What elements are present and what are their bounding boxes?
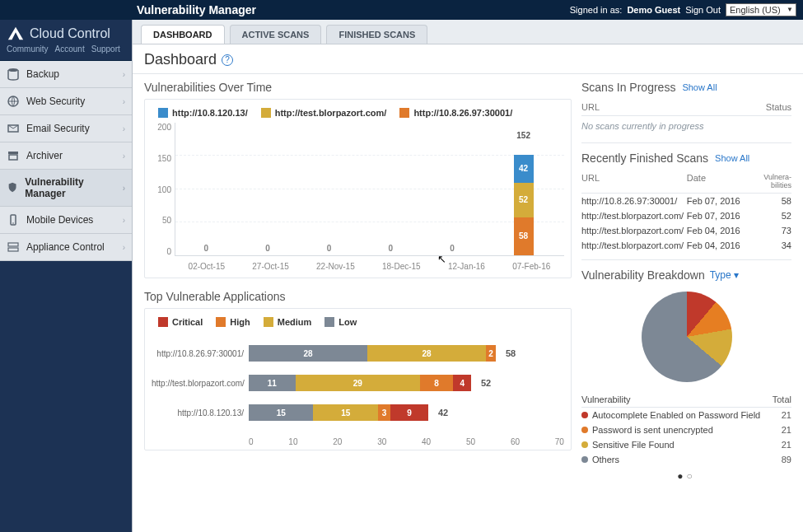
breakdown-type-dropdown[interactable]: Type (710, 269, 739, 281)
swatch-icon (158, 317, 168, 327)
swatch-icon (216, 317, 226, 327)
vb-row[interactable]: Password is sent unencrypted21 (581, 422, 791, 437)
legend-item[interactable]: http://10.8.120.13/ (158, 108, 248, 118)
signed-in-prefix: Signed in as: (570, 5, 623, 15)
support-link[interactable]: Support (91, 44, 120, 54)
chevron-right-icon: › (123, 70, 125, 79)
top-bar: Vulnerability Manager Signed in as: Demo… (0, 0, 803, 20)
chevron-right-icon: › (123, 124, 125, 133)
chevron-right-icon: › (123, 152, 125, 161)
envelope-icon (7, 122, 20, 135)
account-link[interactable]: Account (55, 44, 85, 54)
vb-title: Vulnerability Breakdown (581, 268, 705, 282)
table-row[interactable]: http://test.blorpazort.com/Feb 07, 20165… (581, 208, 791, 223)
archive-icon (7, 149, 20, 162)
page-title: Dashboard (144, 51, 217, 68)
server-icon (7, 240, 20, 254)
sidebar: Cloud Control Community Account Support … (0, 20, 132, 532)
sidebar-item-label: Vulnerability Manager (25, 176, 115, 199)
sidebar-item-label: Web Security (26, 96, 85, 107)
vot-title: Vulnerabilities Over Time (144, 81, 572, 94)
chevron-right-icon: › (123, 184, 125, 193)
swatch-icon (158, 108, 168, 118)
tva-title: Top Vulnerable Applications (144, 290, 572, 303)
svg-point-6 (12, 222, 14, 224)
swatch-icon (261, 108, 271, 118)
color-dot-icon (581, 456, 588, 463)
tab-finished-scans[interactable]: FINISHED SCANS (326, 25, 427, 44)
tab-active-scans[interactable]: ACTIVE SCANS (230, 25, 322, 44)
chevron-right-icon: › (123, 243, 125, 252)
brand[interactable]: Cloud Control (0, 20, 132, 44)
vot-chart: http://10.8.120.13/ http://test.blorpazo… (144, 99, 572, 278)
database-icon (7, 68, 20, 81)
legend-item[interactable]: Critical (158, 317, 203, 327)
color-dot-icon (581, 427, 588, 433)
recent-scans-title: Recently Finished Scans (581, 152, 708, 165)
show-all-link[interactable]: Show All (715, 153, 749, 163)
shield-icon (7, 181, 18, 194)
sidebar-item-vulnerability-manager[interactable]: Vulnerability Manager › (0, 170, 132, 207)
signed-in-user[interactable]: Demo Guest (627, 5, 680, 15)
sidebar-item-web-security[interactable]: Web Security › (0, 88, 132, 115)
table-row[interactable]: http://10.8.26.97:30001/Feb 07, 201658 (581, 194, 791, 208)
sidebar-item-label: Email Security (26, 123, 90, 134)
tabs-bar: DASHBOARD ACTIVE SCANS FINISHED SCANS (133, 20, 803, 44)
bar-total: 152 (516, 131, 530, 140)
brand-logo-icon (7, 25, 25, 43)
bar-segment: 42 (514, 155, 534, 183)
tva-chart: Critical High Medium Low http://10.8.26.… (144, 308, 572, 450)
sidebar-item-backup[interactable]: Backup › (0, 61, 132, 88)
svg-point-0 (8, 68, 18, 72)
svg-rect-8 (8, 248, 18, 251)
sidebar-item-archiver[interactable]: Archiver › (0, 142, 132, 170)
empty-state: No scans currently in progress (581, 116, 791, 136)
tva-row: http://10.8.120.13/ 15 15 3 9 42 (152, 404, 564, 421)
sidebar-item-label: Archiver (26, 150, 63, 161)
sidebar-item-label: Mobile Devices (26, 214, 93, 226)
tab-dashboard[interactable]: DASHBOARD (141, 25, 225, 44)
pie-chart (642, 292, 732, 382)
sidebar-item-label: Backup (26, 68, 59, 80)
table-row[interactable]: http://test.blorpazort.com/Feb 04, 20167… (581, 223, 791, 238)
legend-item[interactable]: http://test.blorpazort.com/ (261, 108, 387, 118)
table-row[interactable]: http://test.blorpazort.com/Feb 04, 20163… (581, 238, 791, 253)
chevron-right-icon: › (123, 97, 125, 106)
sidebar-item-appliance-control[interactable]: Appliance Control › (0, 234, 132, 261)
legend-item[interactable]: High (216, 317, 250, 327)
phone-icon (7, 213, 20, 226)
swatch-icon (399, 108, 409, 118)
bar-segment: 52 (514, 183, 534, 217)
brand-sublinks: Community Account Support (0, 44, 132, 61)
sidebar-item-mobile-devices[interactable]: Mobile Devices › (0, 207, 132, 234)
color-dot-icon (581, 412, 588, 418)
community-link[interactable]: Community (7, 44, 49, 54)
show-all-link[interactable]: Show All (682, 82, 717, 92)
sidebar-item-label: Appliance Control (26, 241, 105, 253)
vb-row[interactable]: Sensitive File Found21 (581, 437, 791, 452)
bar-segment: 58 (514, 217, 534, 255)
language-select[interactable]: English (US) (726, 3, 796, 16)
svg-rect-4 (9, 155, 17, 160)
app-title: Vulnerability Manager (137, 3, 256, 16)
pager-dots[interactable]: ●○ (581, 467, 791, 482)
sidebar-item-email-security[interactable]: Email Security › (0, 115, 132, 142)
vb-row[interactable]: Others89 (581, 452, 791, 467)
color-dot-icon (581, 441, 588, 448)
swatch-icon (264, 317, 273, 327)
legend-item[interactable]: Medium (264, 317, 312, 327)
legend-item[interactable]: Low (324, 317, 357, 327)
svg-rect-3 (8, 152, 18, 154)
brand-name: Cloud Control (30, 26, 110, 41)
scans-progress-title: Scans In Progress (581, 81, 675, 94)
sign-out-link[interactable]: Sign Out (685, 5, 721, 15)
legend-item[interactable]: http://10.8.26.97:30001/ (399, 108, 512, 118)
chevron-right-icon: › (123, 216, 125, 225)
tva-row: http://10.8.26.97:30001/ 28 28 2 58 (152, 345, 564, 362)
vb-row[interactable]: Autocomplete Enabled on Password Field21 (581, 408, 791, 422)
swatch-icon (324, 317, 334, 327)
help-icon[interactable]: ? (222, 54, 233, 66)
globe-icon (7, 95, 20, 108)
tva-row: http://test.blorpazort.com/ 11 29 8 4 52 (152, 375, 564, 391)
svg-rect-7 (8, 243, 18, 246)
